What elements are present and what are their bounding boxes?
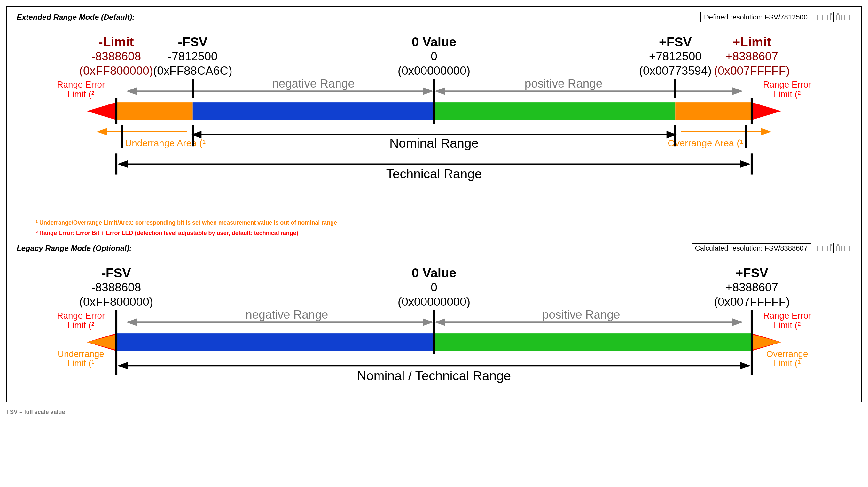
svg-marker-76: [752, 334, 781, 350]
legacy-diagram: -FSV -8388608 (0xFF800000) 0 Value 0 (0x…: [10, 260, 858, 395]
footnote-2: ² Range Error: Error Bit + Error LED (de…: [36, 228, 858, 238]
svg-marker-82: [741, 363, 749, 369]
leg-range-error-right-2: Limit (²: [774, 320, 801, 330]
ext-neg-limit-hex: (0xFF800000): [79, 64, 153, 77]
leg-nominal-tech-lbl: Nominal / Technical Range: [357, 369, 511, 384]
ext-technical-lbl: Technical Range: [386, 166, 482, 181]
svg-rect-74: [434, 334, 752, 351]
ext-zero-name: 0 Value: [412, 34, 457, 49]
leg-pos-fsv-hex: (0x007FFFFF): [714, 295, 790, 309]
ext-underrange-bar: [116, 102, 192, 120]
ext-neg-limit-dec: -8388608: [91, 50, 141, 63]
ext-pos-limit-dec: +8388607: [725, 50, 778, 63]
leg-zero-name: 0 Value: [412, 266, 457, 281]
svg-marker-33: [761, 129, 770, 134]
svg-marker-21: [423, 88, 432, 94]
leg-neg-fsv-dec: -8388608: [91, 281, 141, 294]
svg-marker-81: [119, 363, 128, 369]
ext-overrange-bar: [675, 102, 752, 120]
leg-underrange-2: Limit (¹: [67, 359, 94, 368]
svg-marker-57: [837, 244, 839, 246]
svg-marker-1: [830, 13, 832, 15]
fsv-footnote: FSV = full scale value: [6, 409, 868, 415]
svg-marker-38: [667, 132, 676, 137]
leg-range-error-right-1: Range Error: [763, 311, 811, 321]
ext-neg-fsv-dec: -7812500: [168, 50, 218, 63]
leg-pos-range-lbl: positive Range: [542, 309, 620, 322]
ext-right-red-arrow: [752, 102, 781, 120]
svg-marker-20: [128, 88, 136, 94]
svg-marker-24: [733, 88, 741, 94]
ext-range-error-left-2: Limit (²: [67, 89, 94, 99]
ext-left-red-arrow: [87, 102, 116, 120]
resolution-tick-icon-2: [813, 243, 858, 253]
ext-nominal-lbl: Nominal Range: [390, 136, 478, 151]
leg-range-error-left-2: Limit (²: [67, 320, 94, 330]
svg-marker-43: [741, 161, 749, 167]
ext-pos-fsv-hex: (0x00773594): [639, 64, 712, 77]
ext-neg-range-lbl: negative Range: [272, 77, 354, 90]
leg-zero-hex: (0x00000000): [398, 295, 470, 309]
ext-overrange-label: Overrange Area (¹: [668, 138, 743, 148]
leg-pos-fsv-dec: +8388607: [725, 281, 778, 294]
ext-range-error-left-1: Range Error: [57, 79, 105, 90]
extended-diagram: -Limit -8388608 (0xFF800000) -FSV -78125…: [10, 29, 858, 211]
ext-pos-limit-name: +Limit: [733, 34, 771, 49]
svg-marker-47: [830, 244, 832, 246]
legacy-resolution-box: Calculated resolution: FSV/8388607: [691, 243, 811, 253]
ext-neg-fsv-name: -FSV: [178, 34, 208, 49]
ext-neg-bar: [193, 102, 434, 120]
ext-range-error-right-1: Range Error: [763, 79, 811, 90]
svg-marker-37: [193, 132, 201, 137]
ext-zero-dec: 0: [431, 50, 437, 63]
svg-marker-42: [119, 161, 128, 167]
ext-neg-fsv-hex: (0xFF88CA6C): [153, 64, 232, 77]
ext-zero-hex: (0x00000000): [398, 64, 470, 77]
leg-zero-dec: 0: [431, 281, 437, 294]
ext-range-error-right-2: Limit (²: [774, 89, 801, 99]
svg-marker-72: [87, 334, 116, 350]
svg-marker-66: [128, 319, 136, 325]
leg-overrange-2: Limit (¹: [774, 359, 801, 368]
ext-pos-fsv-name: +FSV: [659, 34, 691, 49]
svg-marker-70: [733, 319, 741, 325]
ext-neg-limit-name: -Limit: [98, 34, 134, 49]
resolution-tick-icon: [813, 12, 858, 22]
leg-range-error-left-1: Range Error: [57, 311, 105, 321]
svg-marker-11: [837, 13, 839, 15]
leg-neg-fsv-hex: (0xFF800000): [79, 295, 153, 309]
ext-pos-limit-hex: (0x007FFFFF): [714, 64, 790, 77]
leg-overrange-1: Overrange: [766, 349, 808, 359]
footnote-1: ¹ Underrange/Overrange Limit/Area: corre…: [36, 218, 858, 228]
svg-rect-73: [116, 334, 434, 351]
ext-pos-bar: [434, 102, 676, 120]
leg-neg-range-lbl: negative Range: [246, 309, 328, 322]
svg-marker-67: [423, 319, 432, 325]
svg-marker-23: [436, 88, 445, 94]
ext-pos-range-lbl: positive Range: [525, 77, 602, 90]
diagram-frame: Extended Range Mode (Default): Defined r…: [6, 6, 862, 402]
ext-pos-fsv-dec: +7812500: [649, 50, 702, 63]
leg-neg-fsv-name: -FSV: [101, 266, 131, 281]
extended-resolution-box: Defined resolution: FSV/7812500: [701, 12, 811, 22]
footnotes: ¹ Underrange/Overrange Limit/Area: corre…: [10, 211, 858, 241]
leg-pos-fsv-name: +FSV: [735, 266, 768, 281]
leg-underrange-1: Underrange: [58, 349, 104, 359]
svg-marker-31: [98, 129, 107, 134]
svg-marker-69: [436, 319, 445, 325]
